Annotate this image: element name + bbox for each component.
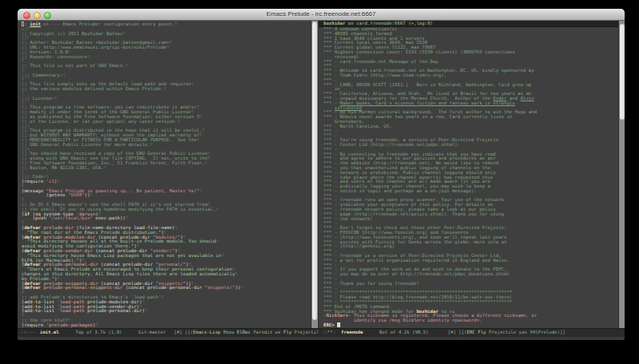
newline-mark: ¶ [104,165,106,170]
left-scrollbar-thumb[interactable] [312,22,317,320]
newline-mark: ¶ [95,322,97,327]
right-scrollbar-thumb[interactable] [620,24,625,120]
code-line: (require 'prelude-packages)¶ [22,323,311,328]
newline-mark: ¶ [166,45,169,49]
newline-mark: ¶ [90,192,93,197]
newline-mark: ¶ [208,156,210,160]
newline-mark: ¶ [191,81,193,86]
newline-mark: ¶ [200,133,202,137]
newline-mark: ¶ [216,239,218,243]
newline-mark: ¶ [196,137,199,142]
window-erc-freenode: bozhidar on card.freenode:6667 (+,log:0)… [318,21,625,337]
window-titlebar[interactable]: Emacs Prelude - irc.freenode.net:6667 [18,9,625,21]
newline-mark: ¶ [204,160,207,165]
newline-mark: ¶ [54,96,57,101]
newline-mark: ¶ [58,179,60,184]
newline-mark: ¶ [145,308,147,313]
newline-mark: ¶ [175,22,177,26]
newline-mark: ¶ [164,86,166,91]
right-scrollbar[interactable] [618,21,625,329]
header-line-text: bozhidar on card.freenode:6667 (+,log:0) [323,21,625,26]
emacs-window: Emacs Prelude - irc.freenode.net:6667 ;;… [18,9,625,340]
newline-mark: ¶ [169,40,172,45]
newline-mark: ¶ [202,128,204,133]
emacs-frame: ;; init.el --- Emacs Prelude: configurat… [18,21,625,340]
left-scrollbar[interactable] [311,21,318,329]
erc-buffer-text[interactable]: *** 4 unknown connection(s)*** 40985 cha… [319,26,618,329]
modeline-text: -:**- freenode Bot of 4.2k (90,5) [#] [[… [322,329,625,334]
newline-mark: ¶ [175,225,177,230]
newline-mark: ¶ [125,216,128,220]
newline-mark: ¶ [221,253,224,258]
init-el-buffer-text[interactable]: ;; init.el --- Emacs Prelude: configurat… [18,21,311,329]
newline-mark: ¶ [125,63,128,68]
erc-modeline[interactable]: -:**- freenode Bot of 4.2k (90,5) [#] [[… [319,328,625,337]
init-el-modeline[interactable]: -:--- init.el Top of 3.7k (1,0) Git-mast… [18,328,318,337]
newline-mark: ¶ [216,207,218,212]
newline-mark: ¶ [150,142,153,147]
newline-mark: ¶ [240,285,243,290]
desktop: Emacs Prelude - irc.freenode.net:6667 ;;… [0,0,639,364]
modeline-text: -:--- init.el Top of 3.7k (1,0) Git-mast… [21,329,318,334]
newline-mark: ¶ [177,119,180,124]
window-title: Emacs Prelude - irc.freenode.net:6667 [18,10,625,18]
newline-mark: ¶ [123,31,125,36]
minibuffer-echo-area[interactable] [18,337,625,340]
newline-mark: ¶ [62,73,65,77]
newline-mark: ¶ [87,54,89,59]
newline-mark: ¶ [142,299,145,304]
newline-mark: ¶ [200,188,202,193]
newline-mark: ¶ [196,105,199,109]
newline-mark: ¶ [161,295,164,299]
window-init-el: ;; init.el --- Emacs Prelude: configurat… [18,21,318,337]
irc-line: ERC> [323,323,618,328]
newline-mark: ¶ [235,271,237,276]
newline-mark: ¶ [200,114,202,119]
